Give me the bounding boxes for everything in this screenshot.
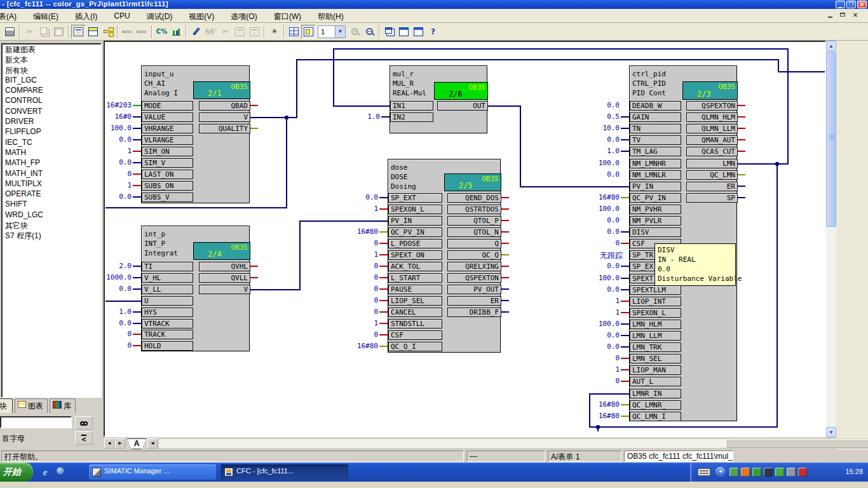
catalog-item-9[interactable]: IEC_TC [3,138,100,148]
fit-to-screen-button[interactable]: ✳ [267,25,281,39]
horizontal-scrollbar[interactable] [158,438,868,449]
catalog-item-13[interactable]: MULTIPLX [3,179,100,189]
input-value-QC_Q_I[interactable]: 16#80 [334,342,378,350]
input-field-TN[interactable]: TN [630,124,681,133]
input-value-SIM_V[interactable]: 0.0 [104,158,132,166]
input-field-AUT_L[interactable]: AUT_L [630,377,681,386]
input-value-CANCEL[interactable]: 0 [334,308,378,316]
output-field-QTOL_N[interactable]: QTOL_N [447,227,501,237]
input-field-SPEXT_ON[interactable]: SPEXT_ON [388,250,442,260]
input-value-SPEXTLLM[interactable]: 0.0 [575,285,620,294]
catalog-item-18[interactable]: S7 程序(1) [3,231,100,241]
input-value-DISV[interactable]: 0.0 [575,227,620,236]
input-field-LMN_TRK[interactable]: LMN_TRK [630,342,681,352]
input-value-L_START[interactable]: 0 [334,273,378,281]
input-value-TV[interactable]: 0.0 [575,135,620,144]
input-field-CSF[interactable]: CSF [388,330,442,340]
input-field-DISV[interactable]: DISV [630,227,681,237]
input-value-NM_LMNHR[interactable]: 100.0 [575,159,620,167]
input-field-SPEXON_L[interactable]: SPEXON_L [388,205,442,214]
input-value-QC_PV_IN[interactable]: 16#80 [575,193,620,201]
input-value-TN[interactable]: 10.0 [575,124,620,132]
input-field-LIOP_SEL[interactable]: LIOP_SEL [388,296,442,306]
input-field-HYS[interactable]: HYS [142,308,193,317]
tile-vertical-button[interactable] [411,25,426,39]
catalog-item-15[interactable]: SHIFT [3,200,100,210]
output-field-QSPEXTON[interactable]: QSPEXTON [686,101,738,111]
catalog-item-6[interactable]: CONVERT [3,107,100,117]
input-field-STNDSTLL[interactable]: STNDSTLL [388,319,442,329]
output-field-SP[interactable]: SP [686,193,738,203]
keyboard-tray-icon[interactable] [698,468,710,476]
input-value-CSF[interactable]: 0 [334,330,378,339]
output-field-ER[interactable]: ER [447,296,501,306]
output-field-V[interactable]: V [199,112,250,122]
vertical-scrollbar[interactable]: ▲ ▼ [826,41,836,437]
input-value-HOLD[interactable]: 0 [104,341,132,349]
catalog-item-7[interactable]: DRIVER [3,117,100,127]
input-value-LMN_LLM[interactable]: 0.0 [575,331,620,339]
zoom-out-button[interactable]: − [362,25,377,39]
catalog-item-3[interactable]: BIT_LGC [3,76,100,86]
input-value-LMN_HLM[interactable]: 100.0 [575,320,620,328]
input-field-PV_IN[interactable]: PV_IN [388,216,442,226]
input-value-QC_PV_IN[interactable]: 16#80 [334,227,378,236]
runtime-properties-button[interactable]: C% [154,25,169,39]
output-field-OUT[interactable]: OUT [437,101,488,111]
input-field-SIM_ON[interactable]: SIM_ON [142,147,193,156]
dropdown-arrow-icon[interactable]: ▼ [335,26,345,37]
input-field-SPEXON_L[interactable]: SPEXON_L [630,308,681,318]
input-value-DEADB_W[interactable]: 0.0 [575,101,620,109]
input-field-SUBS_V[interactable]: SUBS_V [142,193,193,202]
print-button[interactable] [3,25,17,39]
input-field-QC_PV_IN[interactable]: QC_PV_IN [388,227,442,237]
catalog-item-5[interactable]: CONTROL [3,96,100,106]
input-field-TV[interactable]: TV [630,135,681,145]
input-value-SP_EXT[interactable]: 0.0 [334,193,378,201]
find-button[interactable] [75,416,93,430]
output-field-QC_Q[interactable]: QC_Q [447,250,501,260]
input-value-SPEXON_L[interactable]: 1 [334,205,378,213]
output-field-ER[interactable]: ER [686,182,738,191]
input-field-NM_PVLR[interactable]: NM_PVLR [630,216,681,226]
input-value-LAST_ON[interactable]: 0 [104,170,132,178]
input-field-LMN_SEL[interactable]: LMN_SEL [630,354,681,363]
input-field-PAUSE[interactable]: PAUSE [388,285,442,294]
output-field-QRELXING[interactable]: QRELXING [447,262,501,271]
input-field-L_START[interactable]: L_START [388,273,442,283]
catalog-tab-0[interactable]: 块 [0,398,13,413]
input-field-QC_PV_IN[interactable]: QC_PV_IN [630,193,681,203]
input-field-LIOP_INT[interactable]: LIOP_INT [630,297,681,306]
input-value-HYS[interactable]: 1.0 [104,308,132,316]
input-value-LIOP_INT[interactable]: 1 [575,297,620,305]
input-field-PV_IN[interactable]: PV_IN [630,182,681,191]
input-value-SPEXON_L[interactable]: 1 [575,308,620,316]
input-value-NM_PVLR[interactable]: 0.0 [575,216,620,224]
input-field-LIOP_MAN[interactable]: LIOP_MAN [630,365,681,375]
input-field-VLRANGE[interactable]: VLRANGE [142,135,193,145]
input-field-ACK_TOL[interactable]: ACK_TOL [388,262,442,271]
output-field-QLMN_HLM[interactable]: QLMN_HLM [686,112,738,122]
sheet-tab[interactable]: A [127,438,146,449]
input-field-SIM_V[interactable]: SIM_V [142,158,193,168]
catalog-item-16[interactable]: WRD_LGC [3,210,100,220]
input-value-SPEXT_ON[interactable]: 1 [334,250,378,259]
input-field-NM_PVHR[interactable]: NM_PVHR [630,205,681,214]
hide-tray-icons-chevron[interactable]: ◄ [715,467,725,477]
tray-icon-5[interactable] [775,468,784,477]
chart-window-button[interactable] [86,25,100,39]
start-button[interactable]: 开始 [0,463,33,482]
catalog-item-1[interactable]: 新文本 [3,55,100,65]
input-value-LIOP_SEL[interactable]: 0 [334,296,378,304]
quicklaunch-desktop-icon[interactable] [55,466,66,478]
hscroll-left-icon[interactable]: ◄ [147,438,158,449]
output-field-QEND_DOS[interactable]: QEND_DOS [447,193,501,203]
chart-canvas[interactable]: input_uCH_AIAnalog IOB352/1MODEVALUEVHRA… [104,41,826,437]
restore-button-icon[interactable]: ❐ [846,1,856,8]
tray-icon-4[interactable] [764,468,773,477]
tray-icon-7[interactable] [798,468,807,477]
input-value-LIOP_MAN[interactable]: 1 [575,365,620,374]
catalog-item-8[interactable]: FLIPFLOP [3,127,100,137]
tray-icon-2[interactable] [741,468,750,477]
help-button[interactable]: ? [426,25,440,39]
